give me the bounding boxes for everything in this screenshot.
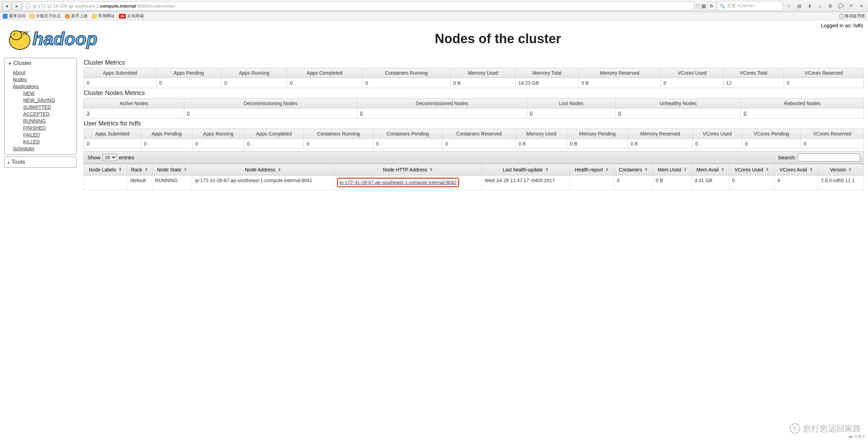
col-header: VCores Reserved [784, 68, 864, 78]
col-header-sortable[interactable]: Mem Used ▲▼ [653, 164, 692, 176]
bookmark-firefox-official[interactable]: 火狐官方站点 [30, 13, 61, 19]
sidebar-accepted[interactable]: ACCEPTED [23, 111, 76, 118]
bookmarks-icon[interactable]: ▤ [795, 1, 804, 10]
bookmark-common-sites[interactable]: 常用网址 [92, 13, 115, 19]
undo-icon[interactable]: ↶ [847, 1, 856, 10]
sidebar-about[interactable]: About [13, 69, 76, 76]
col-header: Memory Total [516, 68, 578, 78]
col-header: Containers Reserved [442, 129, 516, 139]
back-button[interactable]: ◄ [2, 1, 11, 10]
firefox-icon [65, 14, 70, 19]
col-header: Apps Completed [244, 129, 304, 139]
cell: 0 [362, 78, 451, 88]
url-input[interactable]: i ip-172-31-19-209.ap-southeast-1.comput… [23, 1, 694, 10]
sidebar-killed[interactable]: KILLED [23, 138, 76, 145]
cell-mem-used: 0 B [653, 176, 692, 190]
col-header-sortable[interactable]: Node Address ▲▼ [192, 164, 334, 176]
menu-icon[interactable]: ≡ [857, 1, 866, 10]
col-header: VCores Pending [742, 129, 801, 139]
entries-select[interactable]: 20 [103, 154, 117, 161]
home-icon[interactable]: ⌂ [815, 1, 824, 10]
col-header: Containers Running [304, 129, 373, 139]
col-header-sortable[interactable]: Health-report ▲▼ [569, 164, 614, 176]
bookmark-getting-started[interactable]: 新手上路 [65, 13, 88, 19]
col-header-sortable[interactable]: VCores Avail ▲▼ [774, 164, 818, 176]
star-icon[interactable]: ☆ [784, 1, 793, 10]
search-placeholder: 百度 <Ctrl+K> [727, 3, 755, 9]
main-content: Cluster Metrics Apps SubmittedApps Pendi… [84, 58, 864, 190]
col-header: Active Nodes [84, 98, 184, 109]
col-header: Apps Pending [141, 129, 192, 139]
sidebar-cluster-head[interactable]: ▼Cluster [4, 58, 76, 68]
cell-vcores-avail: 4 [774, 176, 818, 190]
sort-icon: ▲▼ [430, 167, 433, 171]
sidebar: ▼Cluster About Nodes Applications NEW NE… [4, 58, 77, 190]
sidebar-scheduler[interactable]: Scheduler [13, 145, 76, 152]
cell: 0 [801, 139, 864, 149]
chevron-down-icon: ▼ [8, 62, 12, 66]
sort-icon: ▲▼ [721, 167, 725, 171]
metric-link[interactable]: 3 [87, 111, 89, 116]
col-header: Memory Used [450, 68, 515, 78]
nodes-metrics-table: Active NodesDecommissioning NodesDecommi… [84, 98, 864, 119]
cell-labels [84, 176, 127, 190]
metric-link[interactable]: 0 [187, 111, 190, 116]
sidebar-failed[interactable]: FAILED [23, 131, 76, 138]
hadoop-logo: hadoop [4, 23, 132, 54]
bookmark-jd[interactable]: JD京东商城 [119, 13, 144, 19]
col-header: VCores Reserved [801, 129, 864, 139]
mobile-bookmarks[interactable]: 移动版书签 [840, 13, 865, 19]
sort-icon: ▲▼ [144, 167, 148, 171]
forward-button[interactable]: ► [12, 1, 21, 10]
col-header-sortable[interactable]: Last health-update ▲▼ [482, 164, 569, 176]
browser-nav-bar: ◄ ► i ip-172-31-19-209.ap-southeast-1.co… [0, 0, 868, 12]
chat-icon[interactable]: 💬 [836, 1, 845, 10]
reload-button[interactable]: ↻ [707, 2, 716, 10]
show-label: Show [87, 154, 101, 160]
sort-icon: ▲▼ [183, 167, 187, 171]
col-header-sortable[interactable]: Node Labels ▲▼ [84, 164, 127, 176]
shield-icon[interactable]: 🛡 [696, 3, 700, 9]
bookmark-most-visited[interactable]: 最常访问 [3, 13, 26, 19]
sidebar-submitted[interactable]: SUBMITTED [23, 104, 76, 111]
col-header-sortable[interactable]: Mem Avail ▲▼ [692, 164, 729, 176]
col-header-sortable[interactable]: Node State ▲▼ [152, 164, 192, 176]
col-header: Memory Used [516, 129, 567, 139]
qr-icon[interactable]: ▦ [701, 3, 706, 9]
cell: 0 [84, 139, 141, 149]
gear-icon[interactable]: ⚙ [826, 1, 835, 10]
download-icon[interactable]: ⬇ [805, 1, 814, 10]
cell: 0 [156, 78, 221, 88]
datatable-search-input[interactable] [798, 153, 860, 161]
col-header-sortable[interactable]: Version ▲▼ [818, 164, 864, 176]
sort-icon: ▲▼ [278, 167, 281, 171]
sidebar-new-saving[interactable]: NEW_SAVING [23, 97, 76, 104]
sidebar-nodes[interactable]: Nodes [13, 76, 76, 83]
sidebar-new[interactable]: NEW [23, 90, 76, 97]
sidebar-running[interactable]: RUNNING [23, 118, 76, 124]
metric-link[interactable]: 0 [530, 111, 533, 116]
info-icon: i [25, 3, 31, 9]
cell-vcores-used: 0 [729, 176, 774, 190]
search-box[interactable]: 🔍 百度 <Ctrl+K> [717, 1, 783, 11]
cluster-metrics-table: Apps SubmittedApps PendingApps RunningAp… [84, 68, 864, 88]
metric-link[interactable]: 0 [360, 111, 363, 116]
cell: 0 [357, 109, 527, 119]
cell: 0 [692, 139, 742, 149]
cell-rack: /default [127, 176, 152, 190]
bookmarks-bar: 最常访问 火狐官方站点 新手上路 常用网址 JD京东商城 移动版书签 [0, 12, 868, 20]
col-header-sortable[interactable]: Node HTTP Address ▲▼ [334, 164, 482, 176]
node-http-link[interactable]: ip-172-31-28-67.ap-southeast-1.compute.i… [339, 180, 456, 185]
cell: 0 [141, 139, 192, 149]
col-header: Apps Running [192, 129, 244, 139]
sidebar-tools-head[interactable]: ▸Tools [4, 157, 76, 167]
col-header-sortable[interactable]: VCores Used ▲▼ [729, 164, 774, 176]
col-header: Memory Pending [567, 129, 628, 139]
sidebar-finished[interactable]: FINISHED [23, 124, 76, 131]
col-header-sortable[interactable]: Containers ▲▼ [614, 164, 653, 176]
sidebar-applications[interactable]: Applications [13, 83, 76, 90]
metric-link[interactable]: 0 [744, 111, 746, 116]
col-header-sortable[interactable]: Rack ▲▼ [127, 164, 152, 176]
cell: 0 [742, 139, 801, 149]
metric-link[interactable]: 0 [619, 111, 621, 116]
